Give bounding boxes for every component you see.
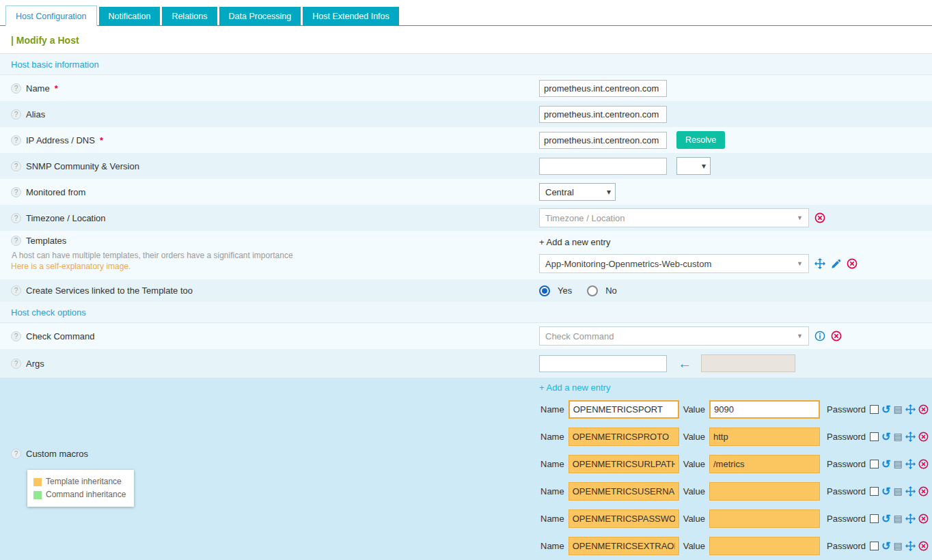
resolve-button[interactable]: Resolve xyxy=(676,131,725,149)
name-input[interactable] xyxy=(539,80,667,97)
tab-relations[interactable]: Relations xyxy=(162,7,217,25)
create-services-no-radio[interactable] xyxy=(587,285,598,296)
row-name: Name * xyxy=(0,75,932,101)
snmp-version-select[interactable] xyxy=(676,157,711,175)
tab-notification[interactable]: Notification xyxy=(99,7,161,25)
tab-data-processing[interactable]: Data Processing xyxy=(219,7,301,25)
macro-name-input[interactable] xyxy=(568,537,679,555)
macro-move-icon[interactable] xyxy=(905,541,916,551)
monitored-from-select[interactable]: Central xyxy=(539,183,616,201)
help-icon[interactable] xyxy=(11,359,21,369)
args-input[interactable] xyxy=(539,355,667,372)
macro-delete-icon[interactable] xyxy=(918,404,929,415)
macro-move-icon[interactable] xyxy=(905,404,916,415)
legend-label: Template inheritance xyxy=(46,475,122,488)
macro-list-icon[interactable] xyxy=(893,486,902,496)
alias-input[interactable] xyxy=(539,106,667,123)
template-move-icon[interactable] xyxy=(814,258,825,269)
macro-delete-icon[interactable] xyxy=(918,432,929,442)
help-icon[interactable] xyxy=(11,161,21,171)
check-command-info-icon[interactable] xyxy=(814,331,825,341)
macro-move-icon[interactable] xyxy=(905,459,916,469)
timezone-select[interactable]: Timezone / Location xyxy=(539,208,809,227)
macro-value-label: Value xyxy=(683,541,705,551)
create-services-yes-radio[interactable] xyxy=(539,285,550,296)
legend-item: Template inheritance xyxy=(33,475,126,488)
check-command-clear-icon[interactable] xyxy=(831,331,842,341)
macro-delete-icon[interactable] xyxy=(918,541,929,551)
help-icon[interactable] xyxy=(11,285,21,296)
template-delete-icon[interactable] xyxy=(847,258,858,269)
macro-list-icon[interactable] xyxy=(893,541,902,551)
templates-add-entry-link[interactable]: + Add a new entry xyxy=(539,236,610,247)
macro-password-label: Password xyxy=(827,459,866,469)
macro-list-icon[interactable] xyxy=(893,459,902,469)
macro-delete-icon[interactable] xyxy=(918,486,929,496)
check-command-select[interactable]: Check Command xyxy=(539,326,809,346)
macro-move-icon[interactable] xyxy=(905,514,916,524)
macro-value-input[interactable] xyxy=(709,482,820,501)
macro-password-checkbox[interactable] xyxy=(870,514,879,523)
templates-note-link[interactable]: Here is a self-explanatory image. xyxy=(11,262,539,271)
macro-value-input[interactable] xyxy=(709,428,820,446)
macro-undo-icon[interactable] xyxy=(881,541,890,551)
macro-password-checkbox[interactable] xyxy=(870,432,879,441)
macro-value-label: Value xyxy=(683,459,705,469)
help-icon[interactable] xyxy=(11,213,21,223)
row-ip: IP Address / DNS * Resolve xyxy=(0,127,932,153)
radio-no-label: No xyxy=(605,285,617,296)
monitored-from-label: Monitored from xyxy=(26,187,85,197)
help-icon[interactable] xyxy=(11,135,21,145)
tab-bar: Host Configuration Notification Relation… xyxy=(0,0,932,26)
macro-name-input[interactable] xyxy=(568,509,679,528)
macro-undo-icon[interactable] xyxy=(881,404,890,415)
macro-delete-icon[interactable] xyxy=(918,514,929,524)
template-edit-icon[interactable] xyxy=(831,259,841,269)
snmp-community-input[interactable] xyxy=(539,158,667,175)
macro-list-icon[interactable] xyxy=(893,404,902,415)
macros-add-entry-link[interactable]: + Add a new entry xyxy=(539,380,610,394)
macro-value-input[interactable] xyxy=(709,455,820,473)
macro-name-label: Name xyxy=(540,541,564,551)
monitored-from-value: Central xyxy=(545,187,574,197)
ip-input[interactable] xyxy=(539,132,667,149)
timezone-label: Timezone / Location xyxy=(26,213,106,223)
macro-password-checkbox[interactable] xyxy=(870,405,879,414)
macro-move-icon[interactable] xyxy=(905,432,916,442)
macro-name-input[interactable] xyxy=(568,400,679,419)
macro-password-checkbox[interactable] xyxy=(870,487,879,496)
macro-list-icon[interactable] xyxy=(893,514,902,524)
macro-undo-icon[interactable] xyxy=(881,486,890,496)
macro-move-icon[interactable] xyxy=(905,486,916,496)
macro-list-icon[interactable] xyxy=(893,432,902,442)
macro-value-input[interactable] xyxy=(709,509,820,528)
macro-undo-icon[interactable] xyxy=(881,432,890,442)
macro-undo-icon[interactable] xyxy=(881,514,890,524)
macro-password-checkbox[interactable] xyxy=(870,542,879,550)
timezone-clear-icon[interactable] xyxy=(814,212,825,223)
templates-note: A host can have multiple templates, thei… xyxy=(12,251,539,260)
section-host-basic-information: Host basic information xyxy=(0,54,932,75)
tab-host-extended-infos[interactable]: Host Extended Infos xyxy=(303,7,399,25)
legend-swatch xyxy=(33,491,42,499)
help-icon[interactable] xyxy=(11,236,21,246)
help-icon[interactable] xyxy=(11,449,21,459)
template-select[interactable]: App-Monitoring-Openmetrics-Web-custom xyxy=(539,254,809,273)
macro-password-checkbox[interactable] xyxy=(870,460,879,468)
help-icon[interactable] xyxy=(11,109,21,120)
macro-delete-icon[interactable] xyxy=(918,459,929,469)
macro-name-input[interactable] xyxy=(568,455,679,473)
help-icon[interactable] xyxy=(11,187,21,197)
help-icon[interactable] xyxy=(11,331,21,341)
help-icon[interactable] xyxy=(11,83,21,94)
macro-value-input[interactable] xyxy=(709,400,820,419)
macro-value-input[interactable] xyxy=(709,537,820,555)
tab-host-configuration[interactable]: Host Configuration xyxy=(5,5,97,26)
macro-row: Name Value Password xyxy=(539,537,932,555)
macro-undo-icon[interactable] xyxy=(881,459,890,469)
macro-name-input[interactable] xyxy=(568,482,679,501)
macro-name-input[interactable] xyxy=(568,428,679,446)
macro-name-label: Name xyxy=(540,486,564,496)
timezone-placeholder: Timezone / Location xyxy=(545,213,625,223)
macro-value-label: Value xyxy=(683,432,705,442)
